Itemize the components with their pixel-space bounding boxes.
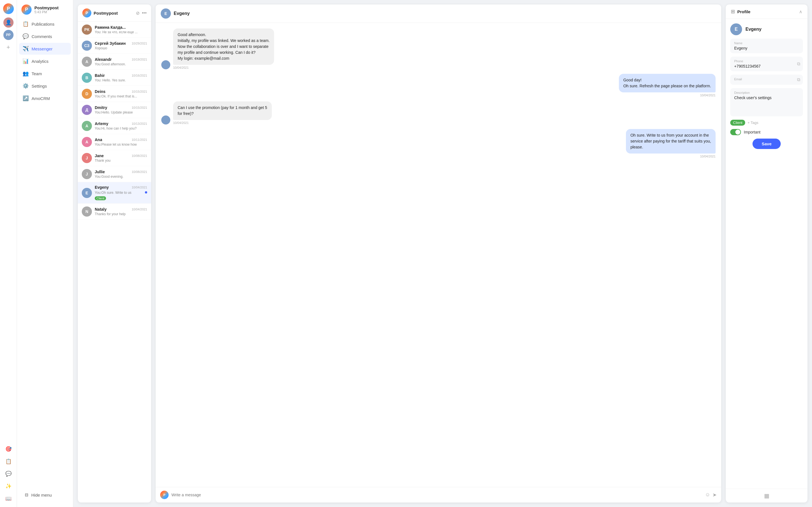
chat-header-name: Evgeny [174, 11, 190, 16]
sidebar-item-team[interactable]: 👥 Team [19, 68, 71, 79]
chat-date: 10/08/2021 [132, 154, 147, 158]
message-text: Good afternoon. Initially, my profile wa… [173, 29, 274, 65]
book-icon[interactable]: 📖 [3, 494, 13, 504]
important-toggle[interactable] [730, 129, 741, 135]
icon-bar: P 👤 PP + 🎯 📋 💬 ✨ 📖 [0, 0, 17, 507]
chat-list-item-evgeny[interactable]: E Evgeny 10/04/2021 You:Oh sure. Write t… [78, 182, 151, 204]
add-tag-button[interactable]: + Tags [748, 121, 758, 125]
chat-list-item[interactable]: A Alexandr 10/19/2021 You:Good afternoon… [78, 54, 151, 70]
chat-name: Evgeny [95, 185, 109, 189]
chat-name: Ana [95, 137, 102, 142]
app-logo-icon[interactable]: P [3, 3, 14, 14]
copy-email-icon[interactable]: ⧉ [797, 77, 800, 82]
chat-list-item[interactable]: B Bahir 10/16/2021 You: Hello. Yes sure. [78, 70, 151, 86]
hide-menu-icon: ⊟ [25, 492, 29, 497]
chat-list-item[interactable]: A Ana 10/11/2021 You:Please let us know … [78, 134, 151, 150]
chat-date: 10/11/2021 [132, 138, 147, 142]
sidebar-item-label: Messenger [32, 47, 52, 51]
sidebar-item-publications[interactable]: 📋 Publications [19, 18, 71, 30]
team-icon: 👥 [22, 70, 29, 76]
chat-list-panel: P Postmypost ⊘ ••• РК Рамина Калда... Yo… [78, 4, 151, 503]
description-input[interactable]: Check user's settings [734, 96, 799, 112]
chat-avatar: СЗ [82, 41, 92, 51]
filter-icon[interactable]: ⊘ [136, 10, 140, 16]
sidebar-footer: ⊟ Hide menu [17, 487, 73, 503]
chat-avatar: B [82, 73, 92, 83]
chat-preview: You:Good evening. [95, 175, 147, 179]
profile-content: E Evgeny Name Evgeny Phone +79051234567 … [726, 19, 808, 489]
chat-name: Сергей Зубакин [95, 41, 126, 46]
more-options-icon[interactable]: ••• [142, 10, 147, 16]
star-icon[interactable]: ✨ [3, 481, 13, 491]
sidebar-item-comments[interactable]: 💬 Comments [19, 31, 71, 42]
message-input[interactable] [171, 493, 702, 497]
chat-list-item[interactable]: СЗ Сергей Зубакин 10/29/2021 Хорошо [78, 38, 151, 54]
sidebar-item-messenger[interactable]: ✈️ Messenger [19, 43, 71, 55]
sidebar-item-settings[interactable]: ⚙️ Settings [19, 80, 71, 92]
hide-menu-label: Hide menu [31, 493, 52, 497]
chat-name: Artemy [95, 121, 108, 126]
chat-avatar: A [82, 137, 92, 147]
sidebar-item-label: AmoCRM [32, 96, 50, 101]
chat-date: 10/04/2021 [132, 186, 147, 189]
chat-list-item[interactable]: A Artemy 10/13/2021 You:Hi, how can I he… [78, 118, 151, 134]
chat-info: Ana 10/11/2021 You:Please let us know ho… [95, 137, 147, 147]
chat-list-item[interactable]: Д Dmitry 10/15/2021 You:Hello. Update pl… [78, 102, 151, 118]
message-text: Good day! Oh sure. Refresh the page plea… [619, 74, 716, 93]
profile-avatar: E [730, 23, 742, 35]
description-field: Description Check user's settings [730, 88, 803, 116]
grid-view-icon[interactable]: ▦ [764, 493, 769, 499]
client-tag: Client [730, 120, 745, 126]
chat-list-item[interactable]: РК Рамина Калда... You: Не за что, если … [78, 22, 151, 38]
message-received: Good afternoon. Initially, my profile wa… [161, 29, 274, 69]
user-avatar[interactable]: 👤 [3, 17, 13, 27]
message-avatar [161, 115, 170, 124]
platform-logo-small: P [160, 491, 168, 499]
phone-label: Phone [734, 59, 799, 63]
chat-list-item[interactable]: N Nataly 10/04/2021 Thanks for your help [78, 204, 151, 220]
chat-preview: You:Oh sure. Write to us [95, 191, 144, 194]
hide-menu-button[interactable]: ⊟ Hide menu [21, 490, 68, 500]
message-time: 10/04/2021 [173, 121, 272, 124]
message-avatar [161, 60, 170, 69]
chat-panel: E Evgeny Good afternoon. Initially, my p… [156, 4, 721, 503]
chat-list-item[interactable]: J Jane 10/08/2021 Thank you [78, 150, 151, 166]
chat-info: Jullie 10/08/2021 You:Good evening. [95, 170, 147, 179]
sidebar-app-name: Postmypost [35, 5, 59, 10]
name-field: Name Evgeny [730, 39, 803, 53]
send-icon[interactable]: ➤ [712, 492, 717, 498]
chat-info: Alexandr 10/19/2021 You:Good afternoon. [95, 57, 147, 66]
profile-name: Evgeny [746, 27, 762, 32]
profile-panel: ⊞ Profile ∧ E Evgeny Name Evgeny Phone +… [726, 4, 808, 503]
chat-date: 10/29/2021 [132, 42, 147, 45]
amocrm-icon: ↗️ [22, 95, 29, 101]
chat-list-item[interactable]: J Jullie 10/08/2021 You:Good evening. [78, 166, 151, 182]
collapse-icon[interactable]: ∧ [799, 9, 802, 14]
chat-header: E Evgeny [156, 4, 721, 23]
emoji-icon[interactable]: ☺ [705, 492, 710, 498]
message-time: 10/04/2021 [619, 94, 716, 97]
chat-avatar: J [82, 169, 92, 179]
chat-avatar: A [82, 121, 92, 131]
chat-name: Jullie [95, 170, 105, 174]
chat-date: 10/08/2021 [132, 170, 147, 173]
chat-list-actions: ⊘ ••• [136, 10, 147, 16]
email-field: Email ⧉ [730, 75, 803, 85]
chat-name: Deins [95, 89, 105, 94]
save-button[interactable]: Save [753, 138, 780, 149]
copy-phone-icon[interactable]: ⧉ [797, 61, 800, 66]
profile-header: ⊞ Profile ∧ [726, 4, 808, 19]
target-icon[interactable]: 🎯 [3, 444, 13, 454]
pp-avatar[interactable]: PP [3, 30, 13, 40]
chat-list: РК Рамина Калда... You: Не за что, если … [78, 22, 151, 503]
chat-info: Рамина Калда... You: Не за что, если еще… [95, 25, 147, 34]
board-icon[interactable]: 📋 [3, 456, 13, 466]
platform-logo: P [82, 8, 91, 17]
chat-info: Artemy 10/13/2021 You:Hi, how can I help… [95, 121, 147, 130]
sidebar-item-amocrm[interactable]: ↗️ AmoCRM [19, 93, 71, 104]
add-button[interactable]: + [3, 42, 13, 52]
sidebar-item-analytics[interactable]: 📊 Analytics [19, 55, 71, 67]
chat-list-item[interactable]: D Deins 10/15/2021 You:Ok. If you meet t… [78, 86, 151, 102]
chat-icon[interactable]: 💬 [3, 469, 13, 479]
chat-messages: Good afternoon. Initially, my profile wa… [156, 23, 721, 487]
